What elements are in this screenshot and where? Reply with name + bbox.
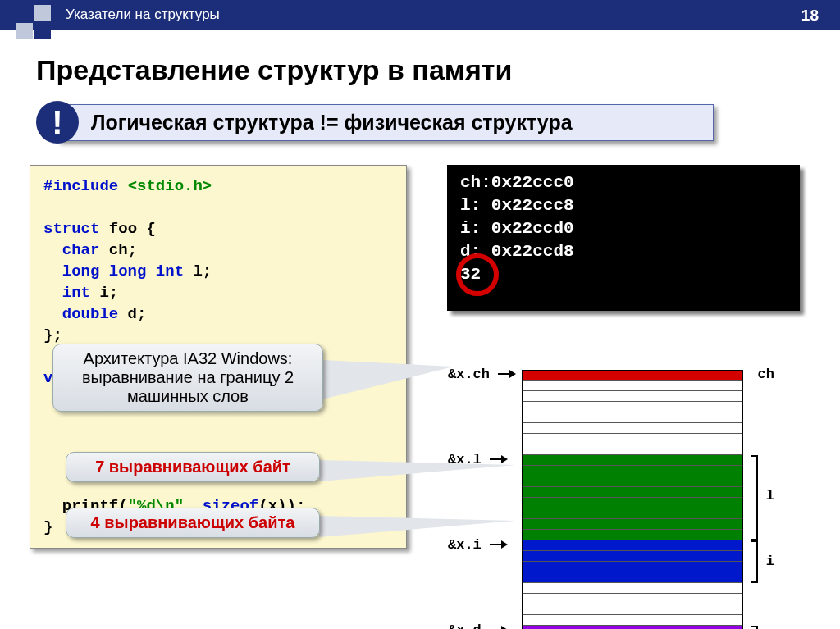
mem-name-ch: ch <box>758 367 774 382</box>
page-number: 18 <box>801 7 819 25</box>
breadcrumb: Указатели на структуры <box>66 7 220 23</box>
callout-padding-7: 7 выравнивающих байт <box>66 452 320 482</box>
bracket-i <box>751 540 758 583</box>
memory-diagram: &x.ch &x.l &x.i &x.d ch l i d <box>522 370 743 629</box>
bracket-l <box>751 455 758 540</box>
mem-ptr-d: &x.d <box>448 622 482 629</box>
mem-ptr-l: &x.l <box>448 452 482 467</box>
callout-padding-4: 4 выравнивающих байта <box>66 508 320 538</box>
page-title: Представление структур в памяти <box>36 54 840 86</box>
alert-text: Логическая структура != физическая струк… <box>57 104 714 141</box>
callout-tail <box>322 360 454 399</box>
callout-architecture: Архитектура IA32 Windows: выравнивание н… <box>52 344 323 412</box>
bracket-d <box>751 626 758 629</box>
callout-tail <box>319 516 516 537</box>
logo <box>16 5 49 38</box>
mem-name-i: i <box>766 554 774 569</box>
terminal-output: ch:0x22ccc0 l: 0x22ccc8 i: 0x22ccd0 d: 0… <box>447 165 800 311</box>
mem-ptr-i: &x.i <box>448 537 482 553</box>
mem-ptr-ch: &x.ch <box>448 367 490 382</box>
callout-tail <box>319 460 516 481</box>
alert-icon: ! <box>36 101 79 144</box>
highlight-circle <box>456 253 499 296</box>
mem-name-l: l <box>766 488 774 504</box>
